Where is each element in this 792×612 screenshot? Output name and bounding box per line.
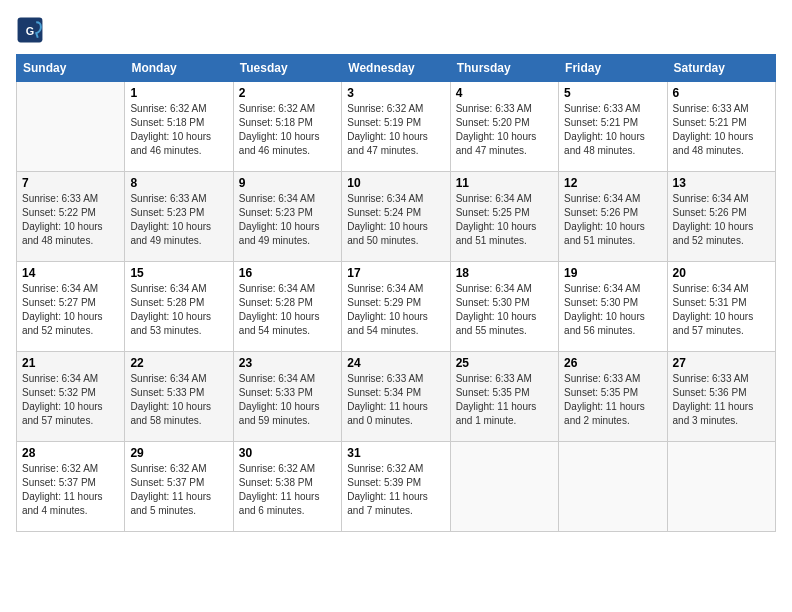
calendar-cell: 18Sunrise: 6:34 AM Sunset: 5:30 PM Dayli… (450, 262, 558, 352)
calendar-cell: 29Sunrise: 6:32 AM Sunset: 5:37 PM Dayli… (125, 442, 233, 532)
page-header: G (16, 16, 776, 44)
logo-icon: G (16, 16, 44, 44)
calendar-cell: 21Sunrise: 6:34 AM Sunset: 5:32 PM Dayli… (17, 352, 125, 442)
col-sunday: Sunday (17, 55, 125, 82)
day-number: 31 (347, 446, 444, 460)
calendar-cell (559, 442, 667, 532)
day-number: 21 (22, 356, 119, 370)
day-number: 5 (564, 86, 661, 100)
day-number: 11 (456, 176, 553, 190)
day-number: 8 (130, 176, 227, 190)
day-info: Sunrise: 6:33 AM Sunset: 5:36 PM Dayligh… (673, 372, 770, 428)
calendar-cell: 25Sunrise: 6:33 AM Sunset: 5:35 PM Dayli… (450, 352, 558, 442)
day-number: 13 (673, 176, 770, 190)
calendar-table: Sunday Monday Tuesday Wednesday Thursday… (16, 54, 776, 532)
day-number: 27 (673, 356, 770, 370)
day-number: 3 (347, 86, 444, 100)
day-number: 12 (564, 176, 661, 190)
calendar-cell: 30Sunrise: 6:32 AM Sunset: 5:38 PM Dayli… (233, 442, 341, 532)
col-wednesday: Wednesday (342, 55, 450, 82)
calendar-week-4: 21Sunrise: 6:34 AM Sunset: 5:32 PM Dayli… (17, 352, 776, 442)
calendar-cell: 23Sunrise: 6:34 AM Sunset: 5:33 PM Dayli… (233, 352, 341, 442)
calendar-cell (17, 82, 125, 172)
calendar-cell: 15Sunrise: 6:34 AM Sunset: 5:28 PM Dayli… (125, 262, 233, 352)
day-number: 19 (564, 266, 661, 280)
day-info: Sunrise: 6:33 AM Sunset: 5:20 PM Dayligh… (456, 102, 553, 158)
day-number: 15 (130, 266, 227, 280)
day-info: Sunrise: 6:34 AM Sunset: 5:30 PM Dayligh… (456, 282, 553, 338)
day-info: Sunrise: 6:34 AM Sunset: 5:33 PM Dayligh… (130, 372, 227, 428)
calendar-cell: 17Sunrise: 6:34 AM Sunset: 5:29 PM Dayli… (342, 262, 450, 352)
day-info: Sunrise: 6:33 AM Sunset: 5:22 PM Dayligh… (22, 192, 119, 248)
calendar-cell (450, 442, 558, 532)
calendar-cell: 1Sunrise: 6:32 AM Sunset: 5:18 PM Daylig… (125, 82, 233, 172)
day-number: 18 (456, 266, 553, 280)
day-info: Sunrise: 6:32 AM Sunset: 5:18 PM Dayligh… (239, 102, 336, 158)
calendar-cell: 7Sunrise: 6:33 AM Sunset: 5:22 PM Daylig… (17, 172, 125, 262)
day-number: 30 (239, 446, 336, 460)
day-info: Sunrise: 6:34 AM Sunset: 5:29 PM Dayligh… (347, 282, 444, 338)
calendar-cell: 10Sunrise: 6:34 AM Sunset: 5:24 PM Dayli… (342, 172, 450, 262)
calendar-cell: 24Sunrise: 6:33 AM Sunset: 5:34 PM Dayli… (342, 352, 450, 442)
calendar-cell: 16Sunrise: 6:34 AM Sunset: 5:28 PM Dayli… (233, 262, 341, 352)
day-number: 23 (239, 356, 336, 370)
day-info: Sunrise: 6:34 AM Sunset: 5:28 PM Dayligh… (130, 282, 227, 338)
day-info: Sunrise: 6:33 AM Sunset: 5:23 PM Dayligh… (130, 192, 227, 248)
day-info: Sunrise: 6:34 AM Sunset: 5:25 PM Dayligh… (456, 192, 553, 248)
calendar-cell: 28Sunrise: 6:32 AM Sunset: 5:37 PM Dayli… (17, 442, 125, 532)
day-info: Sunrise: 6:32 AM Sunset: 5:38 PM Dayligh… (239, 462, 336, 518)
calendar-cell: 14Sunrise: 6:34 AM Sunset: 5:27 PM Dayli… (17, 262, 125, 352)
calendar-cell: 8Sunrise: 6:33 AM Sunset: 5:23 PM Daylig… (125, 172, 233, 262)
calendar-cell: 19Sunrise: 6:34 AM Sunset: 5:30 PM Dayli… (559, 262, 667, 352)
day-info: Sunrise: 6:32 AM Sunset: 5:19 PM Dayligh… (347, 102, 444, 158)
day-number: 10 (347, 176, 444, 190)
day-number: 17 (347, 266, 444, 280)
col-thursday: Thursday (450, 55, 558, 82)
svg-text:G: G (26, 25, 34, 37)
day-number: 4 (456, 86, 553, 100)
day-info: Sunrise: 6:34 AM Sunset: 5:26 PM Dayligh… (564, 192, 661, 248)
day-info: Sunrise: 6:34 AM Sunset: 5:23 PM Dayligh… (239, 192, 336, 248)
day-info: Sunrise: 6:33 AM Sunset: 5:21 PM Dayligh… (673, 102, 770, 158)
day-number: 29 (130, 446, 227, 460)
day-number: 9 (239, 176, 336, 190)
day-info: Sunrise: 6:34 AM Sunset: 5:30 PM Dayligh… (564, 282, 661, 338)
calendar-cell: 4Sunrise: 6:33 AM Sunset: 5:20 PM Daylig… (450, 82, 558, 172)
calendar-cell: 3Sunrise: 6:32 AM Sunset: 5:19 PM Daylig… (342, 82, 450, 172)
calendar-cell: 11Sunrise: 6:34 AM Sunset: 5:25 PM Dayli… (450, 172, 558, 262)
day-number: 2 (239, 86, 336, 100)
day-info: Sunrise: 6:33 AM Sunset: 5:21 PM Dayligh… (564, 102, 661, 158)
calendar-week-2: 7Sunrise: 6:33 AM Sunset: 5:22 PM Daylig… (17, 172, 776, 262)
calendar-cell: 31Sunrise: 6:32 AM Sunset: 5:39 PM Dayli… (342, 442, 450, 532)
day-number: 26 (564, 356, 661, 370)
calendar-cell: 20Sunrise: 6:34 AM Sunset: 5:31 PM Dayli… (667, 262, 775, 352)
day-number: 16 (239, 266, 336, 280)
day-number: 14 (22, 266, 119, 280)
calendar-cell: 12Sunrise: 6:34 AM Sunset: 5:26 PM Dayli… (559, 172, 667, 262)
day-info: Sunrise: 6:34 AM Sunset: 5:26 PM Dayligh… (673, 192, 770, 248)
day-info: Sunrise: 6:33 AM Sunset: 5:34 PM Dayligh… (347, 372, 444, 428)
day-info: Sunrise: 6:32 AM Sunset: 5:37 PM Dayligh… (22, 462, 119, 518)
calendar-cell: 13Sunrise: 6:34 AM Sunset: 5:26 PM Dayli… (667, 172, 775, 262)
calendar-cell: 26Sunrise: 6:33 AM Sunset: 5:35 PM Dayli… (559, 352, 667, 442)
logo: G (16, 16, 48, 44)
day-number: 28 (22, 446, 119, 460)
calendar-week-5: 28Sunrise: 6:32 AM Sunset: 5:37 PM Dayli… (17, 442, 776, 532)
day-info: Sunrise: 6:32 AM Sunset: 5:18 PM Dayligh… (130, 102, 227, 158)
day-number: 1 (130, 86, 227, 100)
calendar-cell: 22Sunrise: 6:34 AM Sunset: 5:33 PM Dayli… (125, 352, 233, 442)
calendar-cell: 9Sunrise: 6:34 AM Sunset: 5:23 PM Daylig… (233, 172, 341, 262)
day-info: Sunrise: 6:33 AM Sunset: 5:35 PM Dayligh… (456, 372, 553, 428)
day-info: Sunrise: 6:33 AM Sunset: 5:35 PM Dayligh… (564, 372, 661, 428)
day-info: Sunrise: 6:32 AM Sunset: 5:37 PM Dayligh… (130, 462, 227, 518)
col-saturday: Saturday (667, 55, 775, 82)
day-number: 7 (22, 176, 119, 190)
calendar-cell: 27Sunrise: 6:33 AM Sunset: 5:36 PM Dayli… (667, 352, 775, 442)
day-number: 6 (673, 86, 770, 100)
calendar-cell: 2Sunrise: 6:32 AM Sunset: 5:18 PM Daylig… (233, 82, 341, 172)
day-info: Sunrise: 6:34 AM Sunset: 5:27 PM Dayligh… (22, 282, 119, 338)
day-number: 20 (673, 266, 770, 280)
day-info: Sunrise: 6:34 AM Sunset: 5:31 PM Dayligh… (673, 282, 770, 338)
day-info: Sunrise: 6:34 AM Sunset: 5:24 PM Dayligh… (347, 192, 444, 248)
calendar-cell: 5Sunrise: 6:33 AM Sunset: 5:21 PM Daylig… (559, 82, 667, 172)
